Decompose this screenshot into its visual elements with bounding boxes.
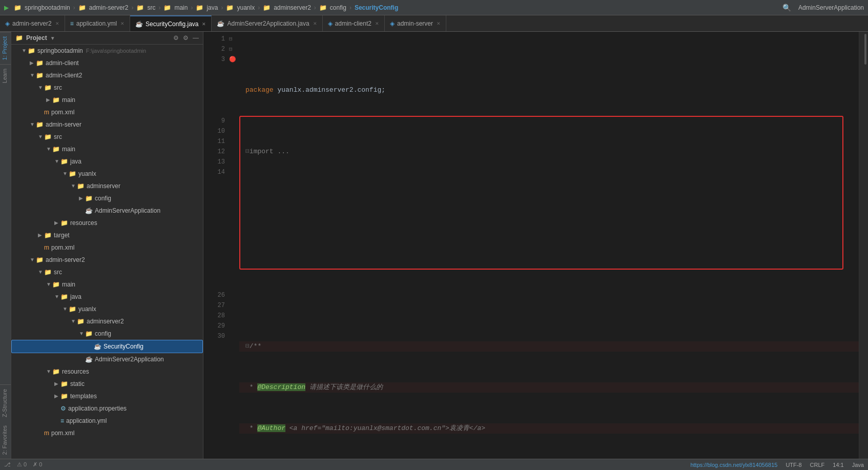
tab-close-icon[interactable]: ✕	[437, 21, 441, 26]
tab-securityconfig[interactable]: ☕ SecurityConfig.java ✕	[130, 15, 212, 31]
vertical-tab-zstructure[interactable]: Z-Structure	[0, 384, 11, 421]
status-line-col: 14:1	[833, 462, 843, 468]
tree-item-admin-client[interactable]: ▶ 📁 admin-client	[11, 57, 203, 69]
tree-item-src-server2[interactable]: ▼ 📁 src	[11, 266, 203, 278]
tree-item-app-props[interactable]: ⚙ application.properties	[11, 402, 203, 415]
breadcrumb-yuanlx[interactable]: yuanlx	[237, 4, 255, 11]
expand-arrow: ▼	[38, 82, 44, 93]
breadcrumb-folder1: 📁	[78, 4, 86, 11]
breadcrumb-springbootadmin[interactable]: 📁	[14, 4, 22, 11]
tree-item-resources-server2[interactable]: ▼ 📁 resources	[11, 365, 203, 378]
folder-icon: 📁	[85, 193, 93, 204]
tree-label: java	[70, 291, 81, 302]
expand-arrow: ▼	[63, 168, 69, 179]
project-dropdown-icon[interactable]: ▼	[50, 35, 55, 41]
tree-item-src-client2[interactable]: ▼ 📁 src	[11, 81, 203, 94]
tree-item-pom-server2[interactable]: m pom.xml	[11, 427, 203, 439]
breadcrumb-config[interactable]: config	[330, 4, 346, 11]
tree-label: java	[70, 156, 81, 167]
tab-close-icon[interactable]: ✕	[375, 21, 379, 26]
gutter-icons: ⊟ ⊟ 🔴	[229, 32, 239, 459]
tree-item-admin-server-app[interactable]: ☕ AdminServerApplication	[11, 205, 203, 217]
breadcrumb-src[interactable]: src	[147, 4, 155, 11]
tab-close-icon[interactable]: ✕	[202, 22, 206, 27]
tab-close-icon[interactable]: ✕	[55, 21, 59, 26]
breadcrumb-admin-server2[interactable]: admin-server2	[89, 4, 129, 11]
expand-arrow: ▼	[38, 131, 44, 142]
breadcrumb-java[interactable]: java	[206, 4, 218, 11]
tree-item-adminserver[interactable]: ▼ 📁 adminserver	[11, 180, 203, 192]
tree-item-static[interactable]: ▶ 📁 static	[11, 378, 203, 390]
tree-item-admin-server2[interactable]: ▼ 📁 admin-server2	[11, 254, 203, 266]
tree-item-yuanlx-server[interactable]: ▼ 📁 yuanlx	[11, 168, 203, 180]
tree-item-springbootadmin[interactable]: ▼ 📁 springbootadmin F:\java\springbootad…	[11, 45, 203, 57]
tree-label: adminserver	[87, 180, 120, 192]
tab-application-yml[interactable]: ≡ application.yml ✕	[65, 15, 130, 31]
tree-item-pom-server[interactable]: m pom.xml	[11, 241, 203, 254]
tree-item-config-server2[interactable]: ▼ 📁 config	[11, 328, 203, 340]
tab-admin-server[interactable]: ◈ admin-server ✕	[385, 15, 446, 31]
tree-item-src-server[interactable]: ▼ 📁 src	[11, 131, 203, 143]
tree-item-main-client2[interactable]: ▶ 📁 main	[11, 94, 203, 106]
vertical-tab-project[interactable]: 1: Project	[0, 32, 11, 64]
code-line-10: * @Description 请描述下该类是做什么的	[239, 382, 859, 393]
tree-item-target[interactable]: ▶ 📁 target	[11, 229, 203, 241]
breadcrumb-springbootadmin-label[interactable]: springbootadmin	[25, 4, 70, 11]
tree-item-config-server[interactable]: ▶ 📁 config	[11, 192, 203, 205]
breadcrumb-adminserver2[interactable]: adminserver2	[274, 4, 311, 11]
breadcrumb-main[interactable]: main	[174, 4, 188, 11]
vertical-tab-learn[interactable]: Learn	[0, 64, 11, 87]
expand-arrow: ▼	[30, 254, 36, 265]
breadcrumb-securityconfig[interactable]: SecurityConfig	[355, 4, 398, 11]
sync-icon[interactable]: ⚙	[173, 34, 179, 42]
folder-icon3: 📁	[77, 316, 85, 327]
tree-item-resources-server[interactable]: ▶ 📁 resources	[11, 217, 203, 229]
expand-arrow: ▼	[46, 366, 52, 377]
tab-adminserver2app[interactable]: ☕ AdminServer2Application.java ✕	[212, 15, 322, 31]
tree-item-securityconfig[interactable]: ☕ SecurityConfig	[11, 340, 203, 353]
expand-arrow: ▼	[22, 45, 28, 56]
tab-admin-server2[interactable]: ◈ admin-server2 ✕	[0, 15, 65, 31]
tree-path: F:\java\springbootadmin	[86, 45, 146, 56]
expand-arrow: ▼	[46, 144, 52, 155]
status-url[interactable]: https://blog.csdn.net/ylx814056815	[690, 462, 777, 468]
tree-item-pom-client2[interactable]: m pom.xml	[11, 106, 203, 118]
tab-java-icon: ☕	[135, 21, 143, 28]
tree-item-main-server[interactable]: ▼ 📁 main	[11, 143, 203, 155]
tree-label: main	[62, 94, 75, 106]
tree-label: resources	[70, 217, 97, 229]
tree-label: pom.xml	[51, 107, 74, 118]
tree-item-app-yml[interactable]: ≡ application.yml	[11, 415, 203, 427]
tree-label: src	[54, 131, 62, 142]
search-icon[interactable]: 🔍	[782, 4, 791, 12]
breadcrumb-sep3: ›	[158, 4, 160, 11]
tab-label: admin-server2	[12, 20, 52, 27]
props-icon: ⚙	[60, 403, 66, 414]
tab-close-icon[interactable]: ✕	[120, 21, 125, 26]
tree-label: application.properties	[68, 403, 127, 414]
breadcrumb-folder3: 📁	[163, 4, 171, 11]
tab-module-icon3: ◈	[390, 20, 395, 27]
tab-admin-client2[interactable]: ◈ admin-client2 ✕	[323, 15, 385, 31]
tree-label: admin-server2	[46, 254, 85, 265]
tree-item-main-server2[interactable]: ▼ 📁 main	[11, 278, 203, 291]
tree-item-templates[interactable]: ▶ 📁 templates	[11, 390, 203, 402]
tree-item-admin-server[interactable]: ▼ 📁 admin-server	[11, 118, 203, 131]
vertical-tab-favorites[interactable]: 2: Favorites	[0, 421, 11, 459]
tree-item-java-server2[interactable]: ▼ 📁 java	[11, 291, 203, 303]
code-line-1: package yuanlx.adminserver2.config;	[239, 85, 859, 95]
tree-item-java-server[interactable]: ▼ 📁 java	[11, 155, 203, 168]
tree-item-yuanlx-server2[interactable]: ▼ 📁 yuanlx	[11, 303, 203, 315]
tab-close-icon[interactable]: ✕	[313, 21, 317, 26]
tree-item-adminserver2app[interactable]: ☕ AdminServer2Application	[11, 353, 203, 365]
tree-item-adminserver2[interactable]: ▼ 📁 adminserver2	[11, 315, 203, 328]
tree-label: static	[70, 378, 85, 390]
folder-res-icon: 📁	[60, 217, 68, 229]
project-icon: 📁	[15, 34, 23, 42]
expand-arrow: ▼	[38, 267, 44, 278]
status-encoding: UTF-8	[786, 462, 801, 468]
gear-icon[interactable]: ⚙	[183, 34, 189, 42]
xml-icon3: m	[44, 427, 49, 439]
hide-icon[interactable]: —	[193, 34, 199, 42]
tree-item-admin-client2[interactable]: ▼ 📁 admin-client2	[11, 69, 203, 81]
